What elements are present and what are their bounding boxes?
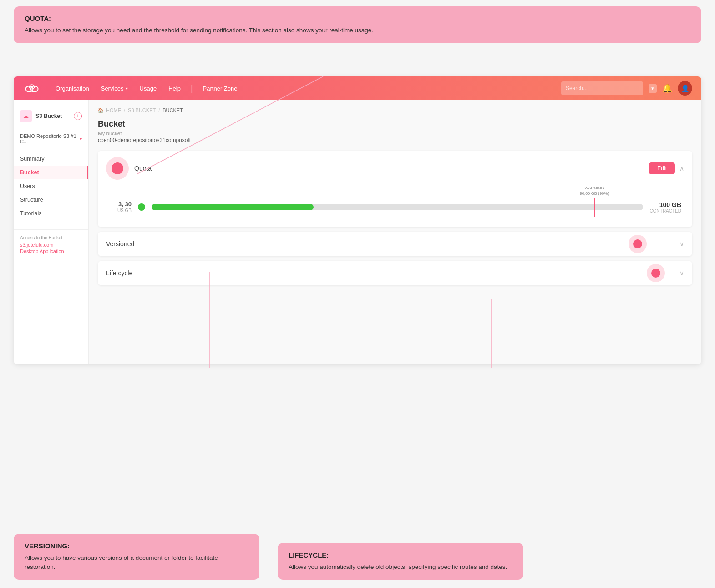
versioning-tooltip: VERSIONING: Allows you to have various v… bbox=[14, 534, 259, 580]
sidebar-service-header: ☁ S3 Bucket + bbox=[14, 106, 88, 127]
page-subtitle-value: coen00-demorepositorios31compusoft bbox=[98, 137, 692, 143]
versioning-tooltip-text: Allows you to have various versions of a… bbox=[25, 553, 248, 572]
main-content: 🏠 HOME / S3 BUCKET / BUCKET Bucket My bu… bbox=[89, 100, 701, 364]
breadcrumb-home[interactable]: HOME bbox=[106, 107, 121, 113]
nav-usage[interactable]: Usage bbox=[134, 82, 162, 95]
versioned-section: Versioned ∨ bbox=[98, 232, 692, 256]
quota-bar-icon bbox=[138, 203, 145, 211]
sidebar-footer-link-desktop[interactable]: Desktop Application bbox=[20, 248, 82, 254]
services-dropdown-icon: ▾ bbox=[126, 86, 128, 91]
nav-help[interactable]: Help bbox=[163, 82, 186, 95]
quota-warning-label: WARNING 90,00 GB (90%) bbox=[580, 186, 609, 196]
notification-bell-icon[interactable]: 🔔 bbox=[662, 83, 672, 93]
quota-progress-bar: WARNING 90,00 GB (90%) bbox=[152, 198, 643, 216]
sidebar-footer-label: Access to the Bucket bbox=[20, 235, 82, 240]
nav-links: Organisation Services ▾ Usage Help | Par… bbox=[50, 82, 561, 95]
versioned-title: Versioned bbox=[106, 240, 680, 248]
s3-bucket-icon: ☁ bbox=[20, 110, 32, 122]
app-container: Organisation Services ▾ Usage Help | Par… bbox=[14, 76, 701, 364]
sidebar: ☁ S3 Bucket + DEMO Repositorio S3 #1 C..… bbox=[14, 100, 89, 364]
sidebar-item-structure[interactable]: Structure bbox=[14, 193, 88, 207]
breadcrumb-sep1: / bbox=[124, 107, 125, 113]
quota-contracted-display: 100 GB CONTRACTED bbox=[649, 201, 681, 213]
lifecycle-section: Life cycle ∨ bbox=[98, 261, 692, 285]
nav-partner-zone[interactable]: Partner Zone bbox=[198, 82, 243, 95]
lifecycle-chevron-icon[interactable]: ∨ bbox=[680, 269, 684, 277]
app-logo[interactable] bbox=[23, 79, 41, 97]
repo-chevron-icon: ▾ bbox=[80, 137, 82, 142]
home-icon: 🏠 bbox=[98, 108, 103, 113]
quota-tooltip: QUOTA: Allows you to set the storage you… bbox=[14, 6, 701, 43]
quota-contracted-value: 100 GB bbox=[649, 201, 681, 208]
page-title: Bucket bbox=[98, 119, 692, 129]
breadcrumb-s3[interactable]: S3 BUCKET bbox=[128, 107, 156, 113]
versioned-section-header[interactable]: Versioned ∨ bbox=[98, 232, 692, 256]
quota-tooltip-title: QUOTA: bbox=[25, 15, 690, 22]
search-input[interactable] bbox=[561, 81, 643, 95]
quota-title: Quota bbox=[134, 165, 649, 172]
nav-organisation[interactable]: Organisation bbox=[50, 82, 95, 95]
quota-section: Quota Edit ∧ 3, 30 US GB bbox=[98, 151, 692, 227]
breadcrumb-sep2: / bbox=[158, 107, 160, 113]
sidebar-item-users[interactable]: Users bbox=[14, 179, 88, 193]
service-name-label: S3 Bucket bbox=[35, 113, 70, 119]
quota-used-value: 3, 30 bbox=[118, 201, 132, 208]
repo-name-label: DEMO Repositorio S3 #1 C... bbox=[20, 133, 78, 144]
quota-bar-fill bbox=[152, 204, 314, 210]
lifecycle-dot-indicator bbox=[647, 264, 665, 282]
sidebar-footer-link-s3[interactable]: s3.jotelulu.com bbox=[20, 242, 82, 248]
breadcrumb: 🏠 HOME / S3 BUCKET / BUCKET bbox=[98, 107, 692, 113]
sidebar-item-bucket[interactable]: Bucket bbox=[14, 166, 88, 179]
quota-chart: 3, 30 US GB bbox=[109, 198, 681, 216]
nav-right: ▾ 🔔 👤 bbox=[561, 81, 692, 96]
main-layout: ☁ S3 Bucket + DEMO Repositorio S3 #1 C..… bbox=[14, 100, 701, 364]
quota-warning-line: WARNING 90,00 GB (90%) bbox=[594, 198, 595, 217]
repo-selector[interactable]: DEMO Repositorio S3 #1 C... ▾ bbox=[14, 131, 88, 147]
versioned-dot-indicator bbox=[629, 235, 647, 253]
quota-used-display: 3, 30 US GB bbox=[109, 201, 132, 213]
lifecycle-tooltip: LIFECYCLE: Allows you automatically dele… bbox=[278, 543, 523, 580]
versioned-chevron-icon[interactable]: ∨ bbox=[680, 240, 684, 248]
avatar[interactable]: 👤 bbox=[678, 81, 692, 96]
sidebar-item-summary[interactable]: Summary bbox=[14, 152, 88, 166]
quota-chevron-icon[interactable]: ∧ bbox=[680, 165, 684, 172]
quota-section-header[interactable]: Quota Edit ∧ bbox=[98, 151, 692, 186]
nav-services[interactable]: Services ▾ bbox=[96, 82, 133, 95]
breadcrumb-current: BUCKET bbox=[162, 107, 183, 113]
lifecycle-tooltip-text: Allows you automatically delete old obje… bbox=[289, 563, 512, 572]
quota-tooltip-text: Allows you to set the storage you need a… bbox=[25, 26, 690, 35]
lifecycle-tooltip-title: LIFECYCLE: bbox=[289, 551, 512, 559]
page-subtitle: My bucket bbox=[98, 131, 692, 136]
add-service-button[interactable]: + bbox=[74, 112, 82, 120]
quota-dot-indicator bbox=[106, 157, 129, 180]
search-dropdown[interactable]: ▾ bbox=[649, 84, 657, 93]
sidebar-footer: Access to the Bucket s3.jotelulu.com Des… bbox=[14, 229, 88, 260]
lifecycle-title: Life cycle bbox=[106, 269, 680, 277]
quota-contracted-label: CONTRACTED bbox=[649, 208, 681, 213]
quota-body: 3, 30 US GB bbox=[98, 186, 692, 227]
nav-separator: | bbox=[187, 84, 197, 93]
navbar: Organisation Services ▾ Usage Help | Par… bbox=[14, 76, 701, 100]
quota-used-unit: US GB bbox=[109, 208, 132, 213]
sidebar-item-tutorials[interactable]: Tutorials bbox=[14, 207, 88, 220]
quota-edit-button[interactable]: Edit bbox=[649, 162, 675, 174]
lifecycle-section-header[interactable]: Life cycle ∨ bbox=[98, 261, 692, 285]
versioning-tooltip-title: VERSIONING: bbox=[25, 542, 248, 550]
